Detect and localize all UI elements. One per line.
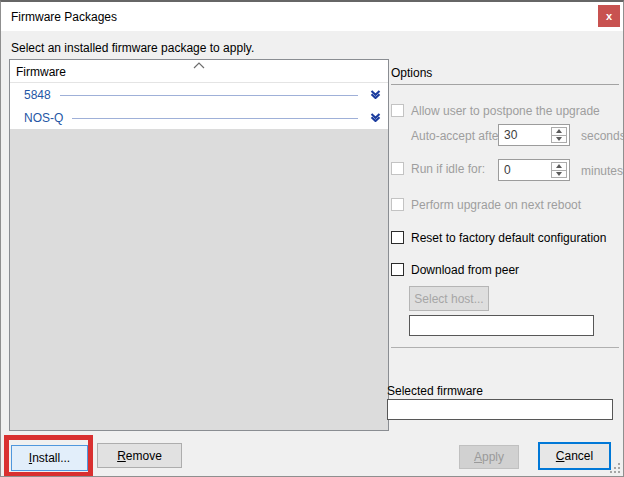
remove-button[interactable]: Remove [97, 443, 182, 468]
firmware-item-label: 5848 [24, 88, 51, 102]
checkbox-label: Allow user to postpone the upgrade [411, 104, 600, 118]
options-separator [391, 84, 619, 85]
list-item-nos-q[interactable]: NOS-Q [10, 106, 388, 129]
firmware-list-header: Firmware [10, 60, 388, 83]
remove-label: Remove [117, 449, 162, 463]
cancel-label: Cancel [556, 449, 593, 463]
chevron-down-icon[interactable] [370, 113, 381, 122]
chevron-down-icon[interactable] [370, 90, 381, 99]
firmware-column-header: Firmware [16, 65, 66, 79]
spinner-buttons [551, 127, 567, 143]
peer-host-input[interactable] [409, 315, 594, 336]
checkbox-label: Perform upgrade on next reboot [411, 198, 581, 212]
select-host-button: Select host... [409, 286, 489, 311]
checkbox-label: Reset to factory default configuration [411, 231, 606, 245]
spinner-down-icon [552, 136, 566, 143]
checkbox-icon[interactable] [391, 263, 404, 276]
auto-accept-spinner: 30 [498, 124, 570, 146]
checkbox-reset-factory[interactable]: Reset to factory default configuration [391, 231, 606, 245]
auto-accept-label: Auto-accept after: [411, 129, 506, 143]
apply-button: Apply [459, 445, 519, 469]
firmware-item-label: NOS-Q [24, 111, 63, 125]
checkbox-icon [391, 162, 404, 175]
spinner-up-icon [552, 128, 566, 136]
options-group-title: Options [391, 66, 432, 80]
selected-firmware-label: Selected firmware [387, 384, 483, 398]
bottom-separator [391, 347, 619, 348]
spinner-down-icon [552, 171, 566, 178]
firmware-packages-dialog: Firmware Packages x Select an installed … [0, 0, 624, 477]
checkbox-perform-on-reboot: Perform upgrade on next reboot [391, 198, 581, 212]
spinner-up-icon [552, 163, 566, 171]
item-rule [60, 95, 358, 96]
instruction-text: Select an installed firmware package to … [11, 41, 254, 55]
checkbox-icon[interactable] [391, 231, 404, 244]
cancel-button[interactable]: Cancel [538, 442, 611, 470]
apply-label: Apply [474, 450, 504, 464]
run-idle-spinner: 0 [498, 159, 570, 181]
checkbox-label: Run if idle for: [411, 162, 485, 176]
close-icon[interactable]: x [598, 5, 620, 27]
run-idle-value: 0 [504, 163, 511, 177]
selected-firmware-input[interactable] [387, 399, 613, 420]
checkbox-run-if-idle: Run if idle for: [391, 162, 485, 176]
select-host-label: Select host... [414, 292, 483, 306]
firmware-list: Firmware 5848 NOS-Q [9, 59, 389, 431]
install-button[interactable]: Install... [11, 445, 88, 471]
checkbox-allow-postpone: Allow user to postpone the upgrade [391, 104, 600, 118]
auto-accept-unit: seconds [581, 129, 624, 143]
list-item-5848[interactable]: 5848 [10, 83, 388, 106]
checkbox-icon [391, 198, 404, 211]
titlebar[interactable]: Firmware Packages x [1, 2, 623, 31]
window-title: Firmware Packages [11, 10, 117, 24]
install-label: Install... [29, 451, 70, 465]
checkbox-icon [391, 104, 404, 117]
resize-grip[interactable] [610, 463, 622, 475]
checkbox-label: Download from peer [411, 263, 519, 277]
run-idle-unit: minutes [581, 164, 623, 178]
item-rule [72, 118, 358, 119]
checkbox-download-from-peer[interactable]: Download from peer [391, 263, 519, 277]
spinner-buttons [551, 162, 567, 178]
chevron-up-icon[interactable] [193, 62, 205, 69]
auto-accept-value: 30 [504, 128, 517, 142]
